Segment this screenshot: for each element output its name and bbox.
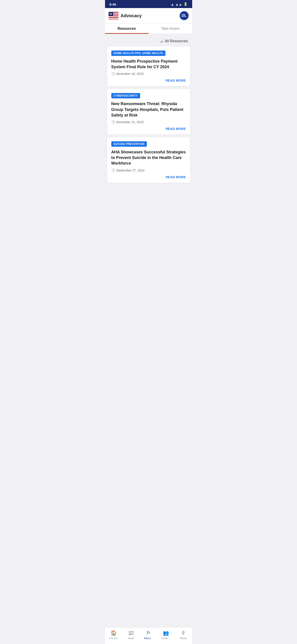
svg-rect-4 (109, 18, 118, 19)
wifi-icon: ▲ (171, 2, 174, 6)
time-display: 8:46 (109, 2, 116, 6)
nav-news[interactable]: 📰 News (122, 629, 140, 640)
article-date-1: November 16, 2023 (111, 72, 186, 76)
signal-icon: ▲▲ (175, 2, 182, 6)
nav-news-label: News (128, 637, 134, 640)
read-more-2[interactable]: READ MORE (111, 127, 186, 130)
nav-for-you[interactable]: 🏠 For You (105, 629, 122, 640)
tabs-container: Resources Take Action (105, 24, 192, 34)
nav-community[interactable]: 👥 Comm… (157, 629, 175, 640)
user-avatar[interactable]: DL (180, 11, 189, 20)
content-area: ⊿ All Resources HOME HEALTH PPS, HOME HE… (105, 34, 192, 206)
filter-label: All Resources (165, 39, 188, 44)
article-title-2: New Ransomware Threat: Rhysida Group Tar… (111, 101, 186, 118)
status-bar: 8:46 ▲ ▲▲ 🔋 (105, 0, 192, 8)
read-more-1[interactable]: READ MORE (111, 79, 186, 82)
article-card-1: HOME HEALTH PPS, HOME HEALTH Home Health… (107, 46, 190, 86)
header-left: H Advocacy (109, 12, 142, 20)
home-icon: 🏠 (111, 630, 117, 636)
tab-take-action[interactable]: Take Action (149, 24, 192, 34)
media-icon: 🎙 (181, 630, 186, 636)
category-badge-3: SUICIDE PREVENTION (111, 141, 147, 147)
battery-icon: 🔋 (184, 2, 188, 6)
svg-rect-3 (109, 16, 118, 17)
advocacy-icon: 🏳 (146, 630, 151, 636)
nav-media-label: Media (180, 637, 187, 640)
category-badge-1: HOME HEALTH PPS, HOME HEALTH (111, 50, 165, 56)
bottom-nav: 🏠 For You 📰 News 🏳 Advoc… 👥 Comm… 🎙 Medi… (105, 627, 192, 644)
article-card-3: SUICIDE PREVENTION AHA Showcases Success… (107, 137, 190, 183)
nav-advocacy[interactable]: 🏳 Advoc… (140, 629, 157, 640)
filter-row[interactable]: ⊿ All Resources (105, 37, 192, 46)
news-icon: 📰 (128, 630, 134, 636)
page-title: Advocacy (121, 13, 142, 18)
nav-advocacy-label: Advoc… (144, 637, 153, 640)
filter-icon: ⊿ (160, 39, 163, 44)
nav-community-label: Comm… (161, 637, 171, 640)
nav-media[interactable]: 🎙 Media (175, 629, 192, 640)
nav-for-you-label: For You (109, 637, 118, 640)
read-more-3[interactable]: READ MORE (111, 175, 186, 179)
community-icon: 👥 (163, 630, 169, 636)
category-badge-2: CYBERSECURITY (111, 93, 140, 98)
article-title-1: Home Health Prospective Payment System F… (111, 58, 186, 70)
status-icons: ▲ ▲▲ 🔋 (171, 2, 188, 6)
article-date-2: November 15, 2023 (111, 120, 186, 124)
article-title-3: AHA Showcases Successful Strategies to P… (111, 149, 186, 166)
svg-text:H: H (110, 12, 112, 16)
article-date-3: September 27, 2023 (111, 168, 186, 172)
app-logo: H (109, 12, 118, 20)
article-card-2: CYBERSECURITY New Ransomware Threat: Rhy… (107, 89, 190, 134)
header: H Advocacy DL (105, 8, 192, 24)
tab-resources[interactable]: Resources (105, 24, 149, 34)
